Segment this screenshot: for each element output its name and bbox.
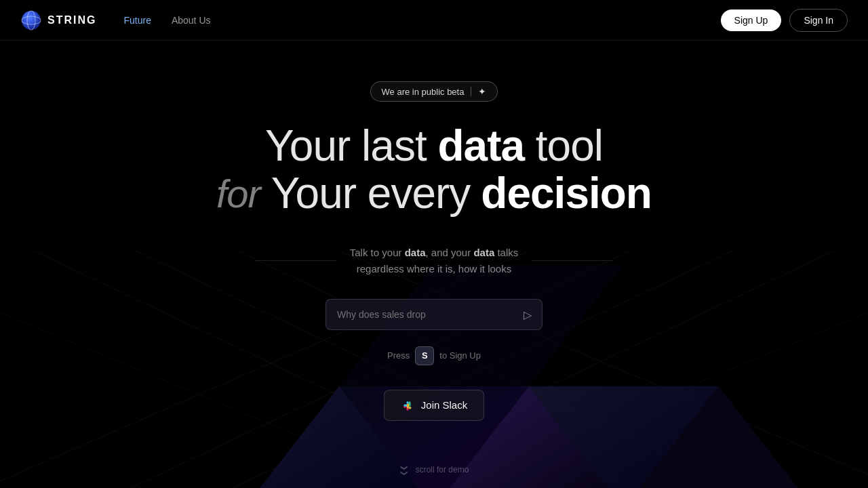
navbar: STRING Future About Us Sign Up Sign In xyxy=(0,0,868,41)
press-key-badge: S xyxy=(415,346,434,365)
hero-title: Your last data tool for Your every decis… xyxy=(216,122,652,218)
scroll-chevrons: ❯❯ xyxy=(401,464,408,475)
hero-line1: Your last data tool xyxy=(216,122,652,169)
nav-actions: Sign Up Sign In xyxy=(721,9,848,32)
hero-line1-bold: data xyxy=(437,121,524,170)
hero-subtitle: Talk to your data, and your data talksre… xyxy=(255,245,613,277)
slack-icon xyxy=(401,399,414,412)
logo-icon xyxy=(20,9,42,31)
hero-line2-bold: decision xyxy=(481,169,652,217)
beta-badge: We are in public beta ✦ xyxy=(370,81,498,102)
subtitle-line-left xyxy=(255,260,336,261)
beta-badge-text: We are in public beta xyxy=(382,87,465,97)
join-slack-label: Join Slack xyxy=(421,399,467,411)
search-input[interactable] xyxy=(326,299,542,330)
hero-line1-end: tool xyxy=(524,121,603,170)
scroll-label: scroll for demo xyxy=(416,465,469,474)
main-content: We are in public beta ✦ Your last data t… xyxy=(0,41,868,441)
search-submit-button[interactable]: ▷ xyxy=(521,305,534,323)
signin-button[interactable]: Sign In xyxy=(789,9,848,32)
scroll-hint: ❯❯ scroll for demo xyxy=(399,465,469,474)
logo-text: STRING xyxy=(47,14,96,26)
hero-line2: for Your every decision xyxy=(216,169,652,217)
press-hint: Press S to Sign Up xyxy=(387,346,481,365)
hero-line2-start: Your every xyxy=(271,169,471,217)
press-label: Press xyxy=(387,350,410,361)
hero-line2-italic: for xyxy=(216,172,260,216)
subtitle-line-right xyxy=(532,260,613,261)
hero-line1-start: Your last xyxy=(265,121,437,170)
subtitle-text: Talk to your data, and your data talksre… xyxy=(336,245,532,277)
nav-links: Future About Us xyxy=(123,15,720,26)
logo[interactable]: STRING xyxy=(20,9,96,31)
signup-button[interactable]: Sign Up xyxy=(721,9,782,31)
join-slack-button[interactable]: Join Slack xyxy=(384,390,484,421)
svg-point-0 xyxy=(22,11,41,30)
nav-link-future[interactable]: Future xyxy=(123,15,151,26)
search-container: ▷ xyxy=(326,299,542,330)
press-suffix: to Sign Up xyxy=(439,350,481,361)
nav-link-about[interactable]: About Us xyxy=(172,15,211,26)
beta-badge-divider xyxy=(471,87,471,96)
beta-icon: ✦ xyxy=(478,86,486,97)
